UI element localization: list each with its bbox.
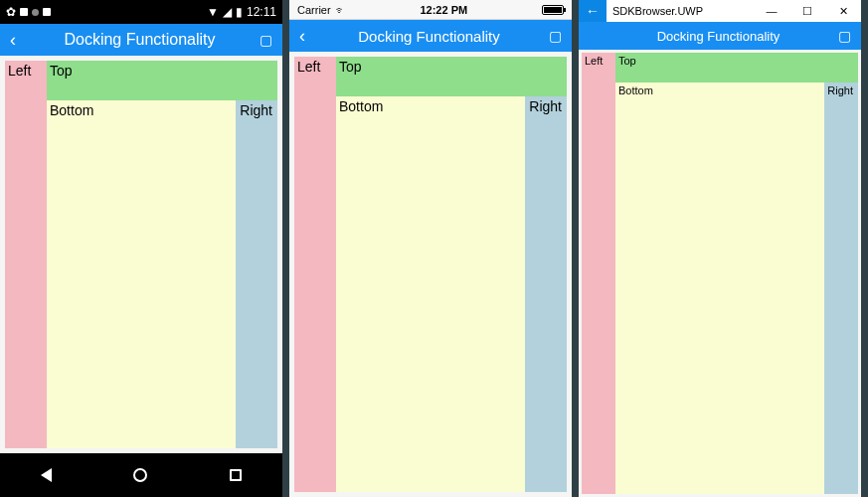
dock-layout: Left Top Bottom Right bbox=[579, 50, 861, 497]
shield-icon bbox=[20, 8, 28, 16]
nav-recent-icon[interactable] bbox=[230, 469, 242, 481]
dock-right-panel: Right bbox=[824, 83, 858, 494]
nav-home-icon[interactable] bbox=[133, 468, 147, 482]
dock-layout: Left Top Bottom Right bbox=[0, 56, 282, 453]
dock-bottom-label: Bottom bbox=[336, 96, 386, 116]
dock-left-label: Left bbox=[582, 53, 606, 69]
android-status-bar: ✿ ▼ ◢ ▮ 12:11 bbox=[0, 0, 282, 24]
dock-top-label: Top bbox=[615, 53, 639, 69]
wifi-icon: ᯤ bbox=[335, 4, 346, 16]
dock-right-label: Right bbox=[237, 100, 275, 120]
notification-dot-icon bbox=[32, 9, 39, 16]
close-button[interactable]: ✕ bbox=[825, 0, 861, 22]
dock-bottom-panel: Bottom bbox=[615, 83, 824, 494]
carrier-label: Carrier bbox=[297, 4, 331, 16]
dock-left-panel: Left bbox=[5, 61, 47, 448]
minimize-button[interactable]: — bbox=[754, 0, 789, 22]
dock-top-label: Top bbox=[47, 61, 76, 81]
external-link-icon[interactable]: ▢ bbox=[838, 28, 851, 44]
titlebar-back-button[interactable]: ← bbox=[579, 0, 607, 22]
battery-icon bbox=[542, 5, 564, 15]
dock-left-label: Left bbox=[5, 61, 34, 81]
dock-bottom-label: Bottom bbox=[615, 83, 656, 98]
dock-right-panel: Right bbox=[236, 100, 277, 448]
dock-bottom-panel: Bottom bbox=[47, 100, 236, 448]
back-button[interactable]: ‹ bbox=[299, 27, 309, 45]
dock-left-label: Left bbox=[294, 57, 323, 77]
dock-bottom-panel: Bottom bbox=[336, 96, 525, 492]
page-title: Docking Functionality bbox=[309, 28, 549, 45]
dock-right-panel: Right bbox=[525, 96, 567, 492]
dock-top-panel: Top bbox=[336, 57, 567, 96]
app-icon bbox=[43, 8, 51, 16]
dock-top-label: Top bbox=[336, 57, 365, 77]
dock-layout: Left Top Bottom Right bbox=[289, 52, 572, 497]
maximize-button[interactable]: ☐ bbox=[789, 0, 825, 22]
status-time: 12:22 PM bbox=[420, 4, 467, 16]
dock-bottom-label: Bottom bbox=[47, 100, 96, 120]
device-ios: Carrier ᯤ 12:22 PM ‹ Docking Functionali… bbox=[289, 0, 572, 497]
external-link-icon[interactable]: ▢ bbox=[260, 32, 272, 48]
page-title: Docking Functionality bbox=[599, 29, 838, 44]
device-uwp: ← SDKBrowser.UWP — ☐ ✕ ‹ Docking Functio… bbox=[579, 0, 861, 497]
dock-top-panel: Top bbox=[615, 53, 858, 83]
page-title: Docking Functionality bbox=[20, 31, 260, 49]
uwp-titlebar: ← SDKBrowser.UWP — ☐ ✕ bbox=[579, 0, 861, 22]
android-nav-bar bbox=[0, 453, 282, 497]
app-header: ‹ Docking Functionality ▢ bbox=[579, 22, 861, 50]
app-header: ‹ Docking Functionality ▢ bbox=[289, 20, 572, 52]
app-header: ‹ Docking Functionality ▢ bbox=[0, 24, 282, 56]
settings-icon: ✿ bbox=[6, 5, 16, 19]
battery-icon: ▮ bbox=[236, 5, 243, 19]
dock-left-panel: Left bbox=[294, 57, 336, 492]
wifi-icon: ▼ bbox=[207, 5, 219, 19]
nav-back-icon[interactable] bbox=[41, 468, 52, 482]
external-link-icon[interactable]: ▢ bbox=[549, 28, 562, 44]
back-button[interactable]: ‹ bbox=[10, 31, 20, 49]
device-android: ✿ ▼ ◢ ▮ 12:11 ‹ Docking Functionality ▢ … bbox=[0, 0, 282, 497]
ios-status-bar: Carrier ᯤ 12:22 PM bbox=[289, 0, 572, 20]
dock-right-label: Right bbox=[526, 96, 565, 116]
dock-left-panel: Left bbox=[582, 53, 615, 494]
app-name: SDKBrowser.UWP bbox=[607, 0, 754, 22]
signal-icon: ◢ bbox=[223, 5, 232, 19]
dock-top-panel: Top bbox=[47, 61, 277, 100]
status-time: 12:11 bbox=[247, 5, 276, 19]
dock-right-label: Right bbox=[824, 83, 856, 98]
